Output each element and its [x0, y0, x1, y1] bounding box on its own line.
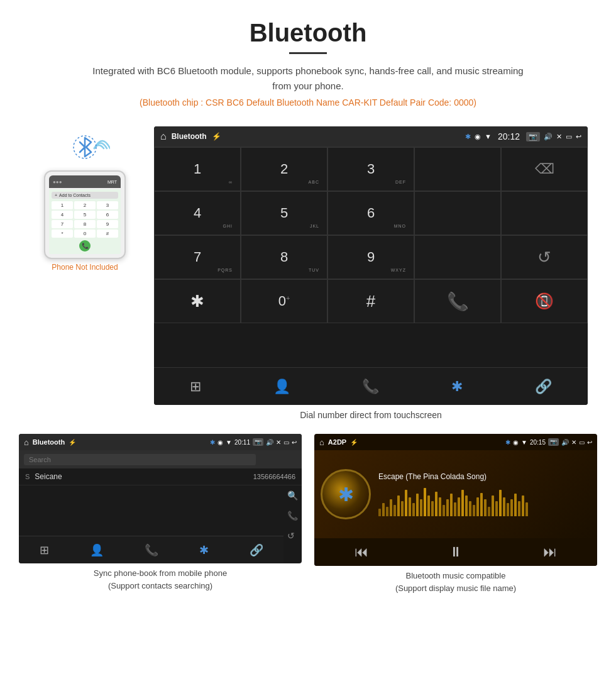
music-time: 20:15: [530, 439, 546, 446]
pb-side-reload-icon[interactable]: ↺: [287, 531, 298, 541]
music-camera-icon[interactable]: 📷: [548, 438, 559, 446]
phone-key-0[interactable]: 0: [74, 230, 96, 238]
nav-phone-icon[interactable]: 📞: [362, 379, 379, 395]
viz-bar: [382, 503, 385, 516]
pb-nav-grid[interactable]: ⊞: [40, 543, 49, 557]
dial-key-9[interactable]: 9WXYZ: [327, 235, 414, 279]
window-icon[interactable]: ▭: [566, 133, 572, 141]
pb-bottom-nav: ⊞ 👤 📞 ✱ 🔗: [19, 536, 283, 563]
pb-side-phone-icon[interactable]: 📞: [287, 511, 298, 521]
close-icon[interactable]: ✕: [556, 133, 562, 141]
pb-search-input[interactable]: Search: [24, 454, 256, 465]
dial-key-3[interactable]: 3DEF: [327, 147, 414, 191]
pb-back-icon[interactable]: ↩: [292, 439, 297, 446]
app-name: Bluetooth: [172, 132, 207, 141]
dial-display-empty-4: [414, 235, 501, 279]
phone-key-4[interactable]: 4: [52, 211, 73, 219]
pb-sig-icon: ▼: [226, 439, 232, 446]
pb-home-icon[interactable]: ⌂: [24, 438, 29, 447]
dial-key-8[interactable]: 8TUV: [241, 235, 327, 279]
music-next-icon[interactable]: ⏭: [543, 544, 557, 560]
phonebook-screen: ⌂ Bluetooth ⚡ ✱ ◉ ▼ 20:11 📷 🔊 ✕ ▭ ↩: [19, 434, 302, 563]
viz-bar: [525, 502, 528, 517]
music-home-icon[interactable]: ⌂: [319, 438, 324, 447]
music-win-icon[interactable]: ▭: [579, 439, 585, 446]
volume-icon[interactable]: 🔊: [544, 133, 553, 141]
dial-key-2[interactable]: 2ABC: [241, 147, 327, 191]
call-green-icon: 📞: [447, 291, 469, 312]
pb-search-bar: Search: [19, 450, 302, 468]
pb-close-icon[interactable]: ✕: [276, 439, 281, 446]
pb-nav-link[interactable]: 🔗: [250, 543, 263, 557]
dial-key-0[interactable]: 0+: [241, 279, 327, 323]
dial-reload-button[interactable]: ↺: [501, 235, 588, 279]
music-playpause-icon[interactable]: ⏸: [449, 544, 463, 560]
viz-bar: [499, 490, 502, 516]
nav-grid-icon[interactable]: ⊞: [190, 379, 201, 395]
nav-contacts-icon[interactable]: 👤: [273, 379, 290, 395]
pb-camera-icon[interactable]: 📷: [253, 438, 263, 446]
pb-contact-row[interactable]: S Seicane 13566664466: [19, 468, 302, 485]
dial-call-red-button[interactable]: 📵: [501, 279, 588, 323]
phone-not-included-label: Phone Not Included: [52, 263, 118, 272]
phone-key-8[interactable]: 8: [74, 220, 96, 228]
dial-backspace-button[interactable]: ⌫: [501, 147, 588, 191]
phone-key-5[interactable]: 5: [74, 211, 96, 219]
phone-key-hash[interactable]: #: [97, 230, 118, 238]
pb-screen-inner: S Seicane 13566664466 🔍 📞 ↺: [19, 468, 302, 536]
phone-add-contact: +Add to Contacts: [52, 192, 118, 199]
music-back-icon[interactable]: ↩: [587, 439, 592, 446]
viz-bar: [495, 501, 498, 516]
viz-bar: [461, 490, 464, 516]
signal-icon: ▼: [485, 133, 492, 140]
pb-time: 20:11: [234, 439, 250, 446]
phone-call-button[interactable]: 📞: [79, 240, 91, 252]
location-icon: ◉: [475, 133, 481, 141]
pb-nav-bt[interactable]: ✱: [199, 543, 209, 557]
nav-bluetooth-icon[interactable]: ✱: [451, 379, 463, 395]
music-prev-icon[interactable]: ⏮: [355, 544, 368, 560]
back-icon[interactable]: ↩: [576, 133, 581, 141]
pb-nav-contacts[interactable]: 👤: [90, 543, 104, 557]
camera-status-icon[interactable]: 📷: [526, 132, 540, 141]
music-vol-icon[interactable]: 🔊: [561, 439, 569, 446]
nav-link-icon[interactable]: 🔗: [535, 379, 552, 395]
dial-key-6[interactable]: 6MNO: [327, 191, 414, 235]
phone-key-9[interactable]: 9: [97, 220, 118, 228]
pb-vol-icon[interactable]: 🔊: [266, 439, 273, 446]
viz-bar: [507, 503, 509, 516]
pb-win-icon[interactable]: ▭: [283, 439, 289, 446]
pb-side-search-icon[interactable]: 🔍: [287, 490, 298, 501]
dial-keypad-grid: 1∞ 2ABC 3DEF ⌫ 4GHI 5JKL: [154, 147, 588, 367]
pb-nav-phone[interactable]: 📞: [145, 543, 158, 557]
music-close-icon[interactable]: ✕: [571, 439, 576, 446]
phone-key-3[interactable]: 3: [97, 201, 118, 209]
viz-bar: [431, 501, 434, 516]
dial-display-empty-3: [501, 191, 588, 235]
car-status-left: ⌂ Bluetooth ⚡: [160, 131, 221, 142]
dial-caption: Dial number direct from touchscreen: [154, 410, 588, 420]
pb-search-placeholder: Search: [29, 456, 51, 463]
dial-key-1[interactable]: 1∞: [154, 147, 241, 191]
viz-bar: [476, 497, 479, 516]
phonebook-caption: Sync phone-book from mobile phone (Suppo…: [19, 567, 302, 592]
dial-key-7[interactable]: 7PQRS: [154, 235, 241, 279]
dial-call-green-button[interactable]: 📞: [414, 279, 501, 323]
phone-key-7[interactable]: 7: [52, 220, 73, 228]
dial-key-hash[interactable]: #: [327, 279, 414, 323]
backspace-icon: ⌫: [535, 161, 554, 177]
viz-bar: [443, 505, 445, 516]
phone-key-star[interactable]: *: [52, 230, 73, 238]
car-dial-screen: ⌂ Bluetooth ⚡ ✱ ◉ ▼ 20:12 📷 🔊 ✕ ▭ ↩: [154, 126, 588, 405]
phone-key-1[interactable]: 1: [52, 201, 73, 209]
dial-key-4[interactable]: 4GHI: [154, 191, 241, 235]
pb-contact-letter: S: [25, 473, 30, 480]
phone-key-6[interactable]: 6: [97, 211, 118, 219]
phone-key-2[interactable]: 2: [74, 201, 96, 209]
pb-status-bar: ⌂ Bluetooth ⚡ ✱ ◉ ▼ 20:11 📷 🔊 ✕ ▭ ↩: [19, 434, 302, 450]
dial-key-star[interactable]: ✱: [154, 279, 241, 323]
viz-bar: [484, 499, 487, 516]
dial-key-5[interactable]: 5JKL: [241, 191, 327, 235]
home-icon[interactable]: ⌂: [160, 131, 167, 142]
dial-display-empty-2: [414, 191, 501, 235]
